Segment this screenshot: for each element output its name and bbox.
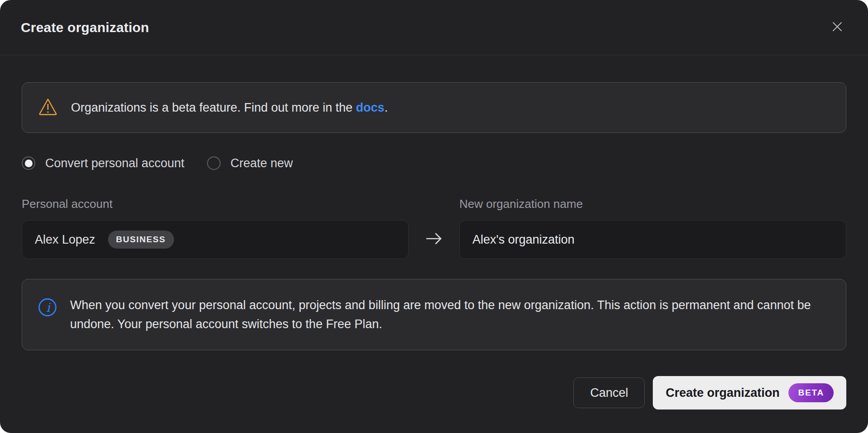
dialog-title: Create organization [21, 20, 149, 35]
close-button[interactable] [827, 18, 847, 38]
warning-triangle-icon [38, 96, 58, 119]
account-mode-radio-group: Convert personal account Create new [22, 156, 846, 170]
beta-warning-banner: Organizations is a beta feature. Find ou… [22, 82, 846, 133]
create-organization-dialog: Create organization Organizations is a b… [0, 0, 868, 433]
create-organization-button[interactable]: Create organization BETA [653, 376, 846, 409]
cancel-button[interactable]: Cancel [573, 377, 645, 408]
business-plan-badge: BUSINESS [108, 231, 174, 249]
radio-create-new[interactable]: Create new [207, 156, 293, 170]
convert-info-banner: i When you convert your personal account… [22, 279, 846, 350]
create-organization-button-label: Create organization [665, 386, 779, 400]
info-banner-text: When you convert your personal account, … [70, 296, 830, 334]
personal-account-field: Alex Lopez BUSINESS [22, 220, 409, 259]
beta-banner-text-start: Organizations is a beta feature. Find ou… [71, 101, 356, 114]
arrow-right-icon [409, 197, 459, 259]
dialog-footer: Cancel Create organization BETA [22, 376, 846, 409]
radio-convert-personal-account[interactable]: Convert personal account [22, 156, 184, 170]
svg-text:i: i [46, 301, 51, 315]
radio-selected-icon [22, 156, 35, 170]
new-org-name-label: New organization name [459, 197, 846, 211]
beta-banner-text-end: . [384, 101, 388, 114]
new-org-name-input[interactable] [459, 220, 846, 259]
docs-link[interactable]: docs [356, 101, 384, 114]
personal-account-value: Alex Lopez [35, 233, 95, 247]
personal-account-label: Personal account [22, 197, 409, 211]
close-icon [830, 19, 844, 35]
radio-label: Convert personal account [45, 156, 184, 170]
dialog-header: Create organization [0, 0, 868, 55]
beta-banner-text: Organizations is a beta feature. Find ou… [71, 98, 388, 117]
beta-badge: BETA [788, 383, 834, 402]
dialog-body: Organizations is a beta feature. Find ou… [0, 55, 868, 433]
new-org-field-group: New organization name [459, 197, 846, 259]
info-circle-icon: i [38, 297, 57, 319]
personal-account-field-group: Personal account Alex Lopez BUSINESS [22, 197, 409, 259]
radio-label: Create new [231, 156, 293, 170]
radio-unselected-icon [207, 156, 221, 170]
convert-fields-row: Personal account Alex Lopez BUSINESS New… [22, 197, 846, 259]
